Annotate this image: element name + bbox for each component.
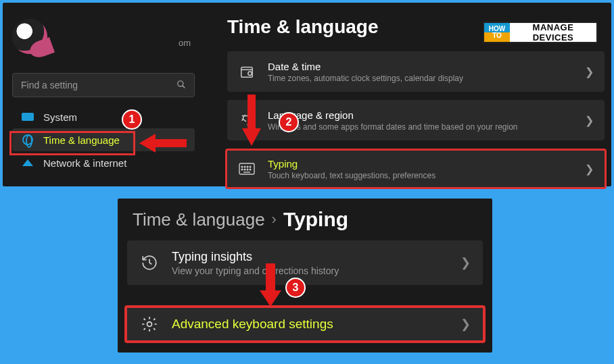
search-input-wrap[interactable] (12, 73, 195, 97)
svg-line-1 (183, 85, 185, 88)
globe-icon (22, 134, 34, 146)
card-subtitle: Time zones, automatic clock settings, ca… (268, 74, 573, 83)
watermark-text: MANAGE DEVICES (510, 22, 596, 43)
breadcrumb: Time & language › Typing (133, 208, 348, 231)
avatar (12, 19, 47, 54)
watermark-logo: HOWTO MANAGE DEVICES (483, 22, 598, 43)
card-language-region[interactable]: Language & region Windows and some apps … (227, 100, 605, 140)
card-subtitle: View your typing and corrections history (172, 265, 448, 276)
sidebar-item-network[interactable]: Network & internet (12, 151, 195, 174)
wifi-icon (22, 157, 34, 169)
language-icon (238, 111, 256, 129)
svg-point-4 (248, 72, 252, 76)
watermark-howto: HOWTO (484, 23, 510, 42)
settings-top-panel: om System Time & language Network & inte… (3, 3, 611, 186)
card-title: Language & region (268, 109, 573, 121)
sidebar-item-time-language[interactable]: Time & language (12, 128, 195, 151)
svg-point-12 (247, 169, 248, 170)
sidebar-item-label: Network & internet (43, 157, 126, 169)
page-title: Time & language (227, 16, 379, 38)
svg-point-7 (244, 166, 245, 167)
svg-point-8 (247, 166, 248, 167)
chevron-right-icon: ❯ (585, 114, 594, 127)
keyboard-icon (238, 160, 256, 178)
chevron-right-icon: ❯ (460, 255, 471, 270)
card-title: Typing insights (172, 250, 448, 264)
chevron-right-icon: ❯ (585, 163, 594, 176)
svg-point-13 (250, 169, 251, 170)
breadcrumb-parent[interactable]: Time & language (133, 209, 265, 230)
svg-line-18 (149, 263, 151, 264)
svg-point-9 (250, 166, 251, 167)
history-icon (139, 253, 160, 273)
svg-point-0 (178, 80, 183, 86)
svg-point-6 (241, 166, 243, 167)
settings-bottom-panel: Time & language › Typing Typing insights… (118, 199, 492, 353)
search-icon (176, 80, 186, 91)
sidebar-item-system[interactable]: System (12, 105, 195, 128)
search-input[interactable] (21, 80, 176, 90)
chevron-right-icon: › (272, 211, 277, 228)
sidebar-item-label: Time & language (43, 134, 120, 146)
card-subtitle: Windows and some apps format dates and t… (268, 122, 573, 132)
chevron-right-icon: ❯ (585, 66, 594, 78)
sidebar-nav: System Time & language Network & interne… (12, 105, 195, 174)
card-subtitle: Touch keyboard, text suggestions, prefer… (268, 171, 573, 180)
breadcrumb-current: Typing (283, 208, 348, 231)
sidebar-item-label: System (43, 111, 77, 123)
gear-icon (139, 314, 160, 334)
card-date-time[interactable]: Date & time Time zones, automatic clock … (227, 51, 605, 92)
card-typing[interactable]: Typing Touch keyboard, text suggestions,… (225, 149, 607, 189)
svg-point-19 (147, 322, 152, 327)
chevron-right-icon: ❯ (460, 317, 471, 332)
account-fragment-text: om (179, 38, 191, 48)
card-typing-insights[interactable]: Typing insights View your typing and cor… (127, 240, 483, 285)
card-title: Advanced keyboard settings (172, 317, 448, 332)
card-title: Typing (268, 158, 573, 170)
card-title: Date & time (268, 61, 573, 72)
calendar-icon (238, 63, 256, 80)
svg-point-11 (244, 169, 245, 170)
card-advanced-keyboard-settings[interactable]: Advanced keyboard settings ❯ (124, 305, 486, 343)
svg-point-10 (241, 169, 243, 170)
display-icon (22, 111, 34, 123)
